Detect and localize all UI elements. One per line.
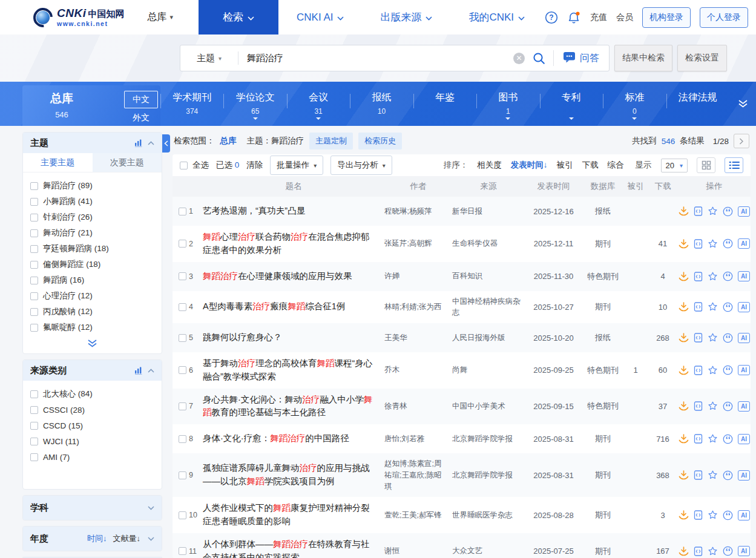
row-checkbox[interactable] (179, 366, 186, 374)
year-panel-header[interactable]: 年度 时间↓ 文献量↓ (23, 527, 162, 551)
cite-icon[interactable] (723, 238, 733, 249)
subject-panel-header[interactable]: 学科 (23, 496, 162, 520)
cite-icon[interactable] (723, 470, 733, 481)
source-panel-header[interactable]: 来源类别 (23, 360, 162, 381)
topic-filter-checkbox[interactable] (30, 308, 38, 316)
nav-item-检索[interactable]: 检索 (199, 0, 278, 34)
category-tab-学位论文[interactable]: 学位论文65 (223, 82, 286, 126)
select-all-checkbox[interactable] (180, 162, 188, 169)
cite-icon[interactable] (723, 510, 733, 520)
collect-icon[interactable] (708, 302, 718, 312)
ai-assistant-icon[interactable]: AI (738, 546, 750, 556)
result-authors[interactable]: 张延芹;高朝辉 (384, 238, 452, 249)
ai-assistant-icon[interactable]: AI (738, 271, 750, 281)
result-source[interactable]: 新华日报 (452, 206, 525, 217)
nav-item-CNKI AI[interactable]: CNKI AI (278, 0, 362, 34)
cite-icon[interactable] (723, 302, 733, 312)
topic-filter-item[interactable]: 小舞蹈病 (41) (30, 194, 154, 209)
row-checkbox[interactable] (179, 208, 186, 215)
collect-icon[interactable] (708, 272, 718, 281)
collect-icon[interactable] (708, 366, 718, 375)
result-title-link[interactable]: 跳舞何以疗愈身心？ (203, 331, 384, 344)
download-icon[interactable] (679, 272, 689, 281)
grid-view-button[interactable] (697, 157, 715, 173)
chevron-down-icon[interactable] (148, 537, 154, 541)
row-checkbox[interactable] (179, 240, 186, 248)
topic-filter-item[interactable]: 偏侧舞蹈症 (18) (30, 257, 154, 272)
topic-filter-item[interactable]: 舞动治疗 (21) (30, 225, 154, 241)
sort-option-被引[interactable]: 被引 (557, 160, 573, 171)
result-source[interactable]: 中国神经精神疾病杂志 (452, 296, 525, 319)
scope-value[interactable]: 总库 (220, 136, 237, 146)
collect-icon[interactable] (708, 510, 718, 520)
sort-option-综合[interactable]: 综合 (608, 160, 624, 171)
category-tab-total[interactable]: 总库 546 中文外文 (22, 85, 160, 126)
category-tab-法律法规[interactable]: 法律法规 (666, 82, 729, 126)
search-in-results-button[interactable]: 结果中检索 (614, 45, 672, 71)
expand-categories-icon[interactable] (729, 82, 756, 126)
result-title-link[interactable]: A型肉毒毒素治疗瘢痕舞蹈综合征1例 (203, 300, 384, 313)
source-filter-item[interactable]: WJCI (11) (30, 433, 154, 449)
clear-icon[interactable]: ✕ (513, 53, 525, 64)
collect-icon[interactable] (708, 434, 718, 444)
result-source[interactable]: 大众文艺 (452, 545, 525, 557)
language-tab-外文[interactable]: 外文 (124, 110, 158, 126)
result-authors[interactable]: 唐怡;刘若雅 (384, 433, 452, 445)
source-filter-checkbox[interactable] (30, 453, 38, 461)
collect-icon[interactable] (708, 206, 718, 216)
site-switch-dropdown[interactable]: 总库▾ (147, 11, 173, 24)
result-source[interactable]: 尚舞 (452, 364, 525, 376)
result-download-count[interactable]: 4 (648, 272, 678, 281)
cite-icon[interactable] (723, 333, 733, 343)
result-title-link[interactable]: 舞蹈心理治疗联合药物治疗在混合焦虑抑郁症患者中的效果分析 (203, 231, 384, 257)
download-icon[interactable] (679, 366, 689, 375)
row-checkbox[interactable] (179, 272, 186, 280)
search-icon[interactable] (525, 52, 553, 65)
result-authors[interactable]: 许婵 (384, 271, 452, 282)
page-size-select[interactable]: 20▾ (661, 159, 688, 172)
result-source[interactable]: 生命科学仪器 (452, 238, 525, 249)
result-authors[interactable]: 赵知博;陈素宣;周祐瑄;王嘉欣;陈昭琪 (384, 458, 452, 492)
topic-filter-checkbox[interactable] (30, 292, 38, 300)
topic-filter-checkbox[interactable] (30, 245, 38, 253)
result-download-count[interactable]: 716 (648, 435, 678, 444)
ai-assistant-icon[interactable]: AI (738, 510, 750, 520)
category-tab-报纸[interactable]: 报纸10 (350, 82, 413, 126)
sort-option-发表时间[interactable]: 发表时间↓ (511, 160, 548, 171)
result-title-link[interactable]: 舞蹈治疗在心理健康领域的应用与效果 (203, 270, 384, 283)
source-filter-checkbox[interactable] (30, 422, 38, 430)
result-authors[interactable]: 程晓琳;杨频萍 (384, 206, 452, 217)
download-icon[interactable] (679, 333, 689, 343)
result-download-count[interactable]: 167 (648, 547, 678, 556)
chevron-down-icon[interactable] (148, 506, 154, 510)
result-cited-count[interactable]: 1 (623, 366, 648, 375)
download-icon[interactable] (679, 470, 689, 480)
html-read-icon[interactable] (694, 434, 703, 444)
html-read-icon[interactable] (694, 272, 703, 281)
sidebar-collapse-icon[interactable] (162, 134, 170, 153)
result-source[interactable]: 百科知识 (452, 271, 525, 282)
list-view-button[interactable] (725, 157, 743, 173)
download-icon[interactable] (679, 401, 689, 411)
cite-icon[interactable] (723, 365, 733, 375)
source-filter-item[interactable]: CSCD (15) (30, 418, 154, 433)
row-checkbox[interactable] (179, 402, 186, 410)
result-download-count[interactable]: 60 (648, 366, 678, 375)
cite-icon[interactable] (723, 271, 733, 281)
download-icon[interactable] (679, 302, 689, 312)
topic-filter-item[interactable]: 丙戊酸钠 (12) (30, 304, 154, 320)
ai-assistant-icon[interactable]: AI (738, 365, 750, 375)
result-source[interactable]: 世界睡眠医学杂志 (452, 510, 525, 521)
topic-tab-主要主题[interactable]: 主要主题 (23, 153, 93, 172)
topic-filter-item[interactable]: 氟哌啶醇 (12) (30, 320, 154, 335)
nav-item-我的CNKI[interactable]: 我的CNKI (450, 0, 543, 34)
html-read-icon[interactable] (694, 302, 703, 312)
row-checkbox[interactable] (179, 435, 186, 443)
result-title-link[interactable]: 人类作业模式下的舞蹈康复护理对精神分裂症患者睡眠质量的影响 (203, 502, 384, 528)
result-title-link[interactable]: 孤独症谱系障碍儿童舞动治疗的应用与挑战——以北京舞蹈学院实践项目为例 (203, 462, 384, 488)
search-input[interactable] (238, 53, 513, 64)
institution-login-button[interactable]: 机构登录 (642, 7, 691, 28)
result-title-link[interactable]: 从个体到群体——舞蹈治疗在特殊教育与社会支持体系中的实践探索 (203, 538, 384, 558)
topic-filter-checkbox[interactable] (30, 214, 38, 222)
html-read-icon[interactable] (694, 547, 703, 556)
